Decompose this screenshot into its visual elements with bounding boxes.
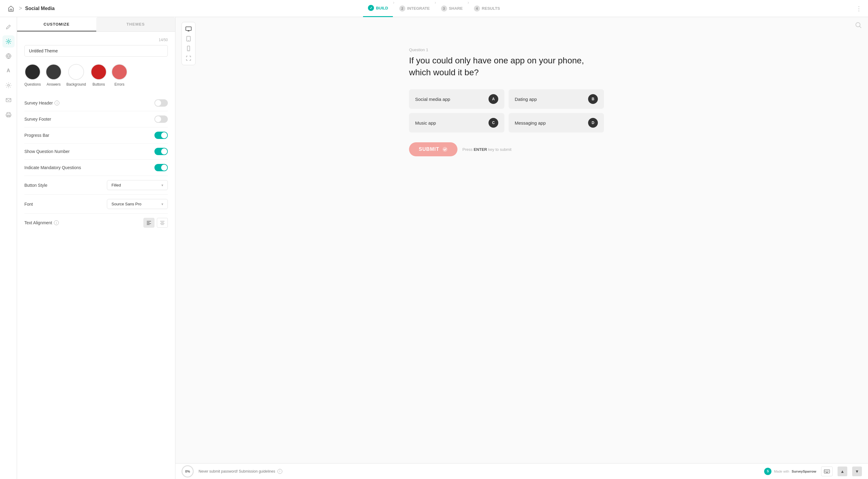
svg-point-2 [8, 84, 9, 86]
swatch-background-circle[interactable] [68, 64, 84, 80]
svg-rect-3 [6, 98, 11, 102]
badge-a: A [489, 94, 498, 104]
badge-b: B [588, 94, 598, 104]
sidebar-item-print[interactable] [2, 109, 14, 121]
breadcrumb-separator: > [19, 5, 22, 11]
toggle-row-progress-bar: Progress Bar [24, 127, 168, 144]
answer-option-c[interactable]: Music app C [409, 113, 504, 132]
svg-point-9 [188, 50, 189, 51]
swatch-errors[interactable]: Errors [112, 64, 127, 87]
preview-area: Question 1 If you could only have one ap… [176, 17, 868, 479]
results-step-icon: 4 [474, 5, 480, 11]
toggle-row-show-question-number: Show Question Number [24, 144, 168, 160]
align-center-button[interactable] [157, 218, 168, 228]
theme-name-input[interactable] [24, 45, 168, 57]
survey-footer-toggle[interactable] [154, 116, 168, 123]
survey-header-toggle[interactable] [154, 99, 168, 107]
svg-point-11 [442, 147, 447, 152]
font-select[interactable]: Source Sans Pro ▾ [107, 199, 168, 209]
sidebar-item-edit[interactable] [2, 21, 14, 33]
survey-footer-knob [155, 116, 161, 122]
submit-button[interactable]: SUBMIT [409, 142, 458, 156]
answer-option-d[interactable]: Messaging app D [508, 113, 604, 132]
survey-header-info[interactable]: i [55, 100, 59, 106]
answer-option-b[interactable]: Dating app B [508, 89, 604, 109]
swatch-questions-circle[interactable] [25, 64, 40, 80]
swatch-buttons-label: Buttons [93, 82, 105, 87]
svg-rect-13 [825, 471, 825, 471]
nav-step-results[interactable]: 4 RESULTS [469, 0, 505, 17]
keyboard-icon-button[interactable] [821, 467, 833, 476]
submission-info-icon[interactable]: i [277, 469, 282, 474]
tab-customize[interactable]: CUSTOMIZE [17, 17, 96, 31]
text-alignment-label: Text Alignment i [24, 220, 59, 225]
main-layout: A CUSTOMIZE THEMES [0, 17, 868, 479]
swatch-answers-label: Answers [46, 82, 61, 87]
sidebar-item-settings[interactable] [2, 79, 14, 91]
preview-search-icon[interactable] [855, 22, 862, 30]
indicate-mandatory-toggle[interactable] [154, 164, 168, 171]
font-value: Source Sans Pro [112, 202, 141, 206]
svg-rect-16 [828, 471, 829, 471]
align-left-button[interactable] [144, 218, 154, 228]
toggle-row-survey-header: Survey Header i [24, 95, 168, 111]
sparrow-logo-icon: S [764, 468, 771, 475]
answer-option-a[interactable]: Social media app A [409, 89, 504, 109]
swatch-answers-circle[interactable] [46, 64, 62, 80]
swatch-background[interactable]: Background [66, 64, 86, 87]
progress-bar-knob [161, 132, 167, 138]
indicate-mandatory-label: Indicate Mandatory Questions [24, 165, 81, 170]
swatch-buttons-circle[interactable] [91, 64, 106, 80]
text-alignment-row: Text Alignment i [24, 214, 168, 232]
sidebar-item-customize[interactable] [2, 35, 14, 48]
progress-circle: 0% [182, 465, 194, 477]
answer-text-c: Music app [415, 120, 436, 125]
badge-d: D [588, 118, 598, 128]
nav-left: > Social Media [6, 4, 363, 13]
sidebar-icons: A [0, 17, 17, 479]
progress-bar-toggle[interactable] [154, 132, 168, 139]
made-with-label: Made with [774, 470, 789, 473]
sidebar-item-globe[interactable] [2, 50, 14, 62]
submit-label: SUBMIT [419, 147, 439, 152]
show-question-number-label: Show Question Number [24, 149, 70, 154]
svg-rect-21 [826, 472, 828, 473]
font-row: Font Source Sans Pro ▾ [24, 195, 168, 214]
sidebar-item-email[interactable] [2, 94, 14, 106]
button-style-row: Button Style Filled ▾ [24, 176, 168, 195]
nav-step-build[interactable]: ✓ BUILD [363, 0, 393, 17]
show-question-number-toggle[interactable] [154, 148, 168, 155]
nav-step-share[interactable]: 3 SHARE [436, 0, 468, 17]
swatch-questions[interactable]: Questions [24, 64, 41, 87]
swatch-errors-circle[interactable] [112, 64, 127, 80]
nav-step-integrate[interactable]: 2 INTEGRATE [394, 0, 435, 17]
svg-rect-5 [186, 27, 191, 30]
svg-rect-15 [827, 471, 828, 471]
swatch-answers[interactable]: Answers [46, 64, 62, 87]
swatch-buttons[interactable]: Buttons [91, 64, 106, 87]
tab-themes[interactable]: THEMES [96, 17, 176, 31]
submit-row: SUBMIT Press ENTER key to submit [409, 142, 641, 156]
sidebar-item-font[interactable]: A [2, 65, 14, 77]
swatch-questions-label: Questions [24, 82, 41, 87]
survey-footer-label: Survey Footer [24, 117, 51, 122]
swatch-background-label: Background [66, 82, 86, 87]
nav-up-button[interactable]: ▲ [838, 467, 847, 476]
question-text: If you could only have one app on your p… [409, 55, 604, 78]
preview-content: Question 1 If you could only have one ap… [176, 17, 868, 463]
badge-c: C [489, 118, 498, 128]
viewport-desktop-icon[interactable] [184, 25, 193, 33]
button-style-select[interactable]: Filled ▾ [107, 180, 168, 190]
show-question-number-knob [161, 148, 167, 154]
text-alignment-info[interactable]: i [54, 220, 59, 225]
answer-text-d: Messaging app [515, 120, 546, 125]
home-icon[interactable] [6, 4, 16, 13]
integrate-step-label: INTEGRATE [407, 6, 430, 11]
nav-down-button[interactable]: ▼ [852, 467, 862, 476]
preview-bottom: 0% Never submit password! Submission gui… [176, 463, 868, 479]
viewport-mobile-icon[interactable] [184, 44, 193, 53]
svg-rect-8 [187, 46, 190, 51]
more-options-icon[interactable]: ⋮ [856, 5, 862, 12]
viewport-fullscreen-icon[interactable] [184, 54, 193, 62]
viewport-tablet-icon[interactable] [184, 34, 193, 43]
